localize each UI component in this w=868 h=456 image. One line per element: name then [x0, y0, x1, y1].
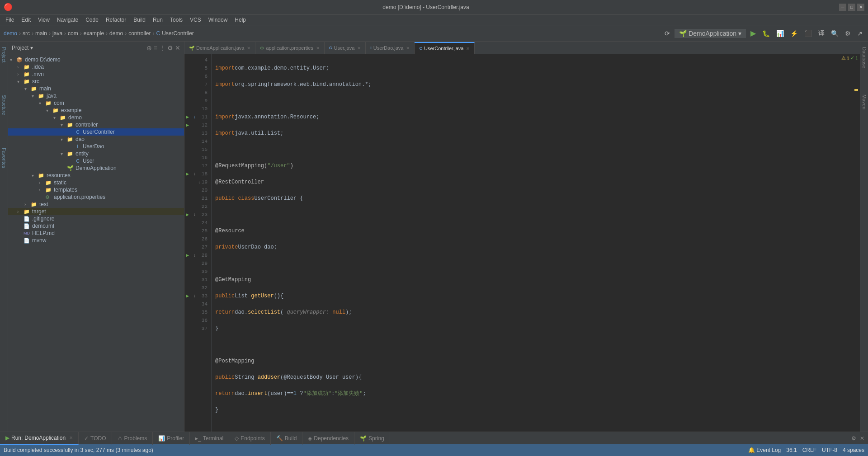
tree-item-target[interactable]: › 📁 target	[8, 208, 184, 215]
run-gutter-icon-12[interactable]: ▶	[186, 122, 189, 128]
menu-file[interactable]: File	[2, 16, 18, 24]
tree-item-userdao[interactable]: I UserDao	[8, 143, 184, 150]
menu-build[interactable]: Build	[130, 16, 149, 24]
close-button[interactable]: ✕	[857, 4, 864, 11]
search-button[interactable]: 🔍	[829, 29, 840, 38]
breadcrumb-usercontrller[interactable]: UserContrller	[162, 30, 194, 37]
tree-item-appprops[interactable]: ⚙ application.properties	[8, 193, 184, 201]
tree-item-demoiml[interactable]: 📄 demo.iml	[8, 222, 184, 230]
tree-item-test[interactable]: › 📁 test	[8, 201, 184, 208]
tree-item-mvn[interactable]: › 📁 .mvn	[8, 71, 184, 78]
breadcrumb-java[interactable]: java	[52, 30, 62, 37]
run-gutter-icon-18[interactable]: ▶	[186, 171, 189, 177]
collapse-all-button[interactable]: ≡	[154, 44, 157, 52]
tree-item-usercontrller[interactable]: C UserContrller	[8, 128, 184, 136]
tree-item-java[interactable]: ▾ 📁 java	[8, 92, 184, 99]
tree-item-idea[interactable]: › 📁 .idea	[8, 63, 184, 71]
tree-item-entity[interactable]: ▾ 📁 entity	[8, 150, 184, 157]
settings-button[interactable]: ⚙	[843, 29, 853, 38]
bottom-settings-button[interactable]: ⚙	[851, 435, 856, 442]
line-separator[interactable]: CRLF	[802, 447, 816, 453]
breadcrumb-src[interactable]: src	[23, 30, 30, 37]
run-gutter-icon-23[interactable]: ▶	[186, 212, 189, 217]
menu-vcs[interactable]: VCS	[186, 16, 205, 24]
locate-file-button[interactable]: ⊕	[146, 44, 152, 52]
bottom-tab-problems[interactable]: ⚠ Problems	[112, 432, 153, 445]
menu-tools[interactable]: Tools	[166, 16, 186, 24]
tree-item-mvnw[interactable]: 📄 mvnw	[8, 237, 184, 244]
profile-button[interactable]: ⚡	[788, 29, 800, 38]
bottom-tab-spring[interactable]: 🌱 Spring	[354, 432, 390, 445]
bottom-tab-build[interactable]: 🔨 Build	[271, 432, 303, 445]
update-button[interactable]: ↗	[855, 29, 864, 38]
code-content[interactable]: import com.example.demo.entity.User; imp…	[212, 54, 833, 432]
tree-item-demo-pkg[interactable]: ▾ 📁 demo	[8, 114, 184, 121]
tree-item-demo[interactable]: ▾ 📦 demo D:\demo	[8, 56, 184, 63]
bottom-tab-dependencies[interactable]: ◈ Dependencies	[302, 432, 354, 445]
tab-close-demoapplication[interactable]: ✕	[247, 46, 250, 51]
maximize-button[interactable]: □	[848, 4, 855, 11]
bottom-tab-profiler[interactable]: 📊 Profiler	[153, 432, 190, 445]
menu-refactor[interactable]: Refactor	[102, 16, 130, 24]
sync-files-button[interactable]: ⟳	[663, 29, 672, 38]
sidebar-project-tab[interactable]: Project	[0, 45, 8, 64]
coverage-button[interactable]: 📊	[774, 29, 786, 38]
menu-code[interactable]: Code	[82, 16, 102, 24]
indent-setting[interactable]: 4 spaces	[843, 447, 864, 453]
cursor-position[interactable]: 36:1	[786, 447, 797, 453]
tree-item-templates[interactable]: › 📁 templates	[8, 186, 184, 193]
menu-navigate[interactable]: Navigate	[53, 16, 82, 24]
tree-item-gitignore[interactable]: 📄 .gitignore	[8, 215, 184, 222]
debug-button[interactable]: 🐛	[760, 29, 772, 38]
bottom-tab-run[interactable]: ▶ Run: DemoApplication ✕	[0, 432, 79, 445]
tab-demoapplication[interactable]: 🌱 DemoApplication.java ✕	[184, 42, 255, 54]
run-gutter-icon-28[interactable]: ▶	[186, 253, 189, 258]
tab-close-appprops[interactable]: ✕	[316, 46, 320, 51]
minimize-button[interactable]: ─	[839, 4, 846, 11]
tab-close-usercontrller[interactable]: ✕	[466, 46, 470, 51]
tab-user[interactable]: C User.java ✕	[325, 42, 366, 54]
bottom-hide-button[interactable]: ✕	[860, 435, 864, 442]
tab-userdao[interactable]: I UserDao.java ✕	[366, 42, 415, 54]
breadcrumb-main[interactable]: main	[35, 30, 47, 37]
tab-close-user[interactable]: ✕	[357, 46, 361, 51]
tab-usercontrller[interactable]: C UserContrller.java ✕	[415, 42, 475, 54]
tree-item-resources[interactable]: ▾ 📁 resources	[8, 172, 184, 179]
right-sidebar-maven[interactable]: Maven	[861, 91, 868, 113]
sort-button[interactable]: ⋮	[159, 44, 165, 52]
tree-item-main[interactable]: ▾ 📁 main	[8, 85, 184, 92]
breadcrumb-controller[interactable]: controller	[128, 30, 151, 37]
menu-window[interactable]: Window	[205, 16, 231, 24]
bottom-tab-todo[interactable]: ✓ TODO	[79, 432, 112, 445]
sidebar-structure-tab[interactable]: Structure	[0, 93, 8, 117]
menu-edit[interactable]: Edit	[18, 16, 34, 24]
tab-close-userdao[interactable]: ✕	[406, 46, 410, 51]
tree-item-controller[interactable]: ▾ 📁 controller	[8, 121, 184, 128]
tree-item-com[interactable]: ▾ 📁 com	[8, 99, 184, 107]
settings-tree-button[interactable]: ⚙	[167, 44, 173, 52]
tree-item-src[interactable]: ▾ 📁 src	[8, 78, 184, 85]
tree-item-dao[interactable]: ▾ 📁 dao	[8, 136, 184, 143]
translate-button[interactable]: 译	[816, 28, 826, 38]
right-sidebar-database[interactable]: Database	[861, 43, 868, 72]
breadcrumb-demo2[interactable]: demo	[109, 30, 123, 37]
menu-help[interactable]: Help	[231, 16, 250, 24]
run-config-button[interactable]: 🌱 DemoApplication ▾	[675, 29, 746, 38]
menu-view[interactable]: View	[34, 16, 53, 24]
tree-item-helpmd[interactable]: MD HELP.md	[8, 230, 184, 237]
run-button[interactable]: ▶	[749, 28, 758, 38]
tree-item-demoapplication[interactable]: 🌱 DemoApplication	[8, 165, 184, 172]
menu-run[interactable]: Run	[149, 16, 166, 24]
run-gutter-icon-11[interactable]: ▶	[186, 114, 189, 120]
sidebar-favorites-tab[interactable]: Favorites	[0, 146, 8, 170]
stop-button[interactable]: ⬛	[802, 29, 814, 38]
event-log-label[interactable]: 🔔 Event Log	[748, 447, 781, 453]
encoding[interactable]: UTF-8	[822, 447, 837, 453]
run-gutter-icon-33[interactable]: ▶	[186, 293, 189, 299]
tree-item-example[interactable]: ▾ 📁 example	[8, 107, 184, 114]
tab-appprops[interactable]: ⚙ application.properties ✕	[255, 42, 325, 54]
bottom-tab-endpoints[interactable]: ◇ Endpoints	[229, 432, 270, 445]
close-panel-button[interactable]: ✕	[175, 44, 180, 52]
tree-item-user[interactable]: C User	[8, 157, 184, 165]
breadcrumb-com[interactable]: com	[68, 30, 78, 37]
